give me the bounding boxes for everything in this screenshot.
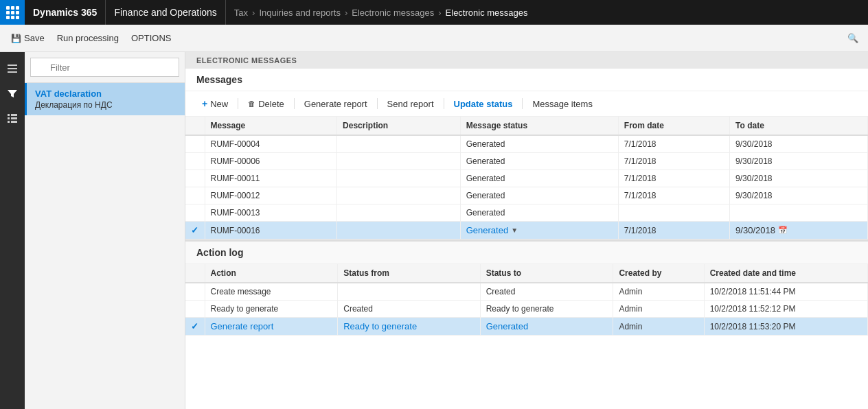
row-to-date: 9/30/2018 (730, 153, 868, 170)
row-status: Generated (460, 153, 618, 170)
row-message-id: RUMF-00012 (205, 187, 337, 204)
toolbar-sep3 (377, 98, 378, 109)
row-check[interactable] (185, 135, 205, 153)
row-check[interactable]: ✓ (185, 222, 205, 239)
row-check[interactable] (185, 187, 205, 204)
nav-item-vat[interactable]: VAT declaration Декларация по НДС (25, 83, 185, 115)
row-check[interactable] (185, 170, 205, 187)
new-button[interactable]: + New (196, 95, 233, 112)
calendar-icon[interactable]: 📅 (778, 226, 788, 235)
apps-grid-icon (6, 6, 19, 19)
svg-rect-3 (8, 114, 10, 116)
log-row-check[interactable] (185, 283, 205, 301)
finance-operations-label: Finance and Operations (106, 0, 225, 25)
breadcrumb-inquiries[interactable]: Inquiries and reports (259, 8, 341, 18)
delete-label: Delete (258, 99, 284, 109)
table-row[interactable]: ✓RUMF-00016Generated▼7/1/20189/30/2018📅 (185, 222, 868, 239)
table-row[interactable]: ✓Generate reportReady to generateGenerat… (185, 318, 868, 336)
run-processing-button[interactable]: Run processing (52, 27, 124, 49)
log-row-status-from (338, 283, 480, 301)
action-log-table-wrap: Action Status from Status to Created by … (185, 264, 868, 336)
sidebar-nav-icon[interactable] (1, 58, 23, 80)
log-col-action: Action (205, 264, 338, 283)
table-row[interactable]: RUMF-00011Generated7/1/20189/30/2018 (185, 170, 868, 187)
row-description (337, 222, 461, 239)
generate-report-button[interactable]: Generate report (299, 96, 373, 112)
breadcrumb-tax[interactable]: Tax (234, 8, 248, 18)
update-status-button[interactable]: Update status (448, 96, 518, 112)
toolbar-sep5 (522, 98, 523, 109)
row-check[interactable] (185, 204, 205, 222)
message-items-button[interactable]: Message items (527, 96, 597, 112)
row-description (337, 187, 461, 204)
nav-item-subtitle: Декларация по НДС (35, 100, 176, 110)
log-row-check[interactable]: ✓ (185, 318, 205, 336)
breadcrumb: Tax › Inquiries and reports › Electronic… (226, 8, 536, 18)
messages-section: Messages + New 🗑 Delete Generate report … (185, 69, 868, 239)
update-status-label: Update status (454, 99, 513, 109)
table-row[interactable]: RUMF-00004Generated7/1/20189/30/2018 (185, 135, 868, 153)
log-row-action[interactable]: Generate report (205, 318, 338, 336)
log-row-status-to: Generated (480, 318, 613, 336)
log-row-check[interactable] (185, 301, 205, 318)
delete-button[interactable]: 🗑 Delete (242, 96, 290, 112)
table-row[interactable]: Ready to generateCreatedReady to generat… (185, 301, 868, 318)
table-row[interactable]: Create messageCreatedAdmin10/2/2018 11:5… (185, 283, 868, 301)
run-processing-label: Run processing (57, 33, 119, 43)
sidebar-icons (0, 52, 25, 409)
row-check[interactable] (185, 153, 205, 170)
table-row[interactable]: RUMF-00006Generated7/1/20189/30/2018 (185, 153, 868, 170)
status-to-link[interactable]: Generated (486, 321, 528, 331)
row-to-date: 9/30/2018 (730, 135, 868, 153)
log-row-status-to: Ready to generate (480, 301, 613, 318)
toolbar-sep2 (294, 98, 295, 109)
messages-header: Messages (185, 69, 868, 91)
nav-item-title: VAT declaration (35, 89, 176, 99)
col-fromdate: From date (618, 117, 729, 135)
messages-table-wrap: Message Description Message status From … (185, 117, 868, 239)
breadcrumb-sep3: › (438, 8, 441, 18)
row-status[interactable]: Generated▼ (460, 222, 618, 239)
breadcrumb-elec-msg1[interactable]: Electronic messages (352, 8, 434, 18)
search-button[interactable]: 🔍 (843, 29, 863, 48)
col-message: Message (205, 117, 337, 135)
row-from-date: 7/1/2018 (618, 153, 729, 170)
row-message-id: RUMF-00013 (205, 204, 337, 222)
sidebar-filter-icon[interactable] (1, 82, 23, 104)
log-row-action: Create message (205, 283, 338, 301)
save-button[interactable]: 💾 Save (5, 27, 50, 49)
options-button[interactable]: OPTIONS (126, 27, 177, 49)
options-label: OPTIONS (131, 33, 172, 43)
row-message-id: RUMF-00016 (205, 222, 337, 239)
search-icon: 🔍 (847, 33, 858, 43)
row-to-date: 9/30/2018 (730, 170, 868, 187)
dropdown-arrow-icon[interactable]: ▼ (511, 226, 518, 234)
content-area: ELECTRONIC MESSAGES Messages + New 🗑 Del… (185, 52, 868, 409)
log-row-status-from: Ready to generate (338, 318, 480, 336)
row-from-date: 7/1/2018 (618, 170, 729, 187)
send-report-button[interactable]: Send report (382, 96, 439, 112)
row-to-date[interactable]: 9/30/2018📅 (730, 222, 868, 239)
log-row-action: Ready to generate (205, 301, 338, 318)
row-status: Generated (460, 187, 618, 204)
breadcrumb-sep2: › (345, 8, 347, 18)
log-row-created-datetime: 10/2/2018 11:52:12 PM (704, 301, 867, 318)
trash-icon: 🗑 (248, 100, 255, 108)
filter-input[interactable] (30, 58, 179, 77)
row-to-date (730, 204, 868, 222)
apps-button[interactable] (0, 0, 25, 25)
sidebar: 🔍 VAT declaration Декларация по НДС (0, 52, 185, 409)
sidebar-list-icon[interactable] (1, 107, 23, 129)
row-description (337, 135, 461, 153)
status-from-link[interactable]: Ready to generate (343, 321, 417, 331)
action-link[interactable]: Generate report (211, 321, 274, 331)
row-message-id: RUMF-00011 (205, 170, 337, 187)
row-description (337, 153, 461, 170)
col-todate: To date (730, 117, 868, 135)
log-row-created-by: Admin (613, 283, 704, 301)
row-message-id: RUMF-00004 (205, 135, 337, 153)
table-row[interactable]: RUMF-00013Generated (185, 204, 868, 222)
log-col-status-from: Status from (338, 264, 480, 283)
row-from-date (618, 204, 729, 222)
table-row[interactable]: RUMF-00012Generated7/1/20189/30/2018 (185, 187, 868, 204)
